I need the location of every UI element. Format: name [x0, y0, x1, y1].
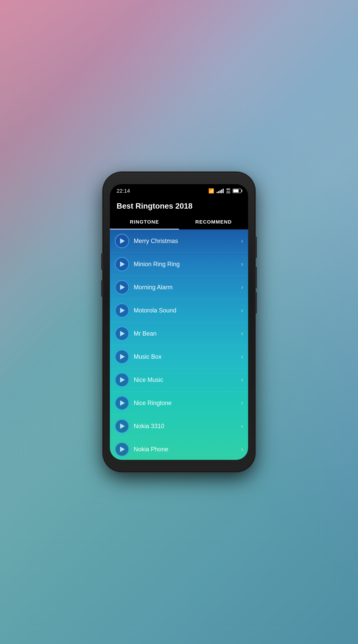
play-icon-9	[120, 424, 125, 429]
signal-bar-2	[218, 191, 219, 193]
status-bar: 22:14 📶 4G2G	[110, 184, 248, 198]
tab-recommend-label: RECOMMEND	[195, 219, 232, 225]
play-button-2[interactable]	[115, 257, 129, 271]
status-time: 22:14	[116, 188, 130, 194]
battery-fill	[233, 189, 238, 192]
ringtone-name-5: Mr Bean	[134, 330, 241, 337]
chevron-right-10: ›	[241, 446, 243, 453]
list-item[interactable]: Minion Ring Ring ›	[110, 252, 248, 276]
play-icon-1	[120, 238, 125, 244]
play-button-8[interactable]	[115, 396, 129, 410]
play-button-6[interactable]	[115, 350, 129, 364]
list-item[interactable]: Mr Bean ›	[110, 322, 248, 345]
phone-device: 22:14 📶 4G2G Best	[104, 173, 254, 471]
wifi-icon: 📶	[208, 188, 214, 194]
play-icon-3	[120, 284, 125, 290]
tabs-bar: RINGTONE RECOMMEND	[110, 214, 248, 230]
play-button-7[interactable]	[115, 373, 129, 387]
play-button-4[interactable]	[115, 304, 129, 318]
ringtone-name-1: Merry Christmas	[134, 238, 241, 244]
chevron-right-3: ›	[241, 284, 243, 291]
signal-label: 4G2G	[226, 188, 230, 194]
ringtone-name-7: Nice Music	[134, 376, 241, 384]
chevron-right-7: ›	[241, 376, 243, 384]
ringtone-list: Merry Christmas › Minion Ring Ring › Mor…	[110, 230, 248, 460]
chevron-right-1: ›	[241, 238, 243, 244]
play-button-9[interactable]	[115, 419, 129, 433]
list-item[interactable]: Nice Music ›	[110, 368, 248, 392]
ringtone-name-10: Nokia Phone	[134, 446, 241, 453]
chevron-right-2: ›	[241, 260, 243, 268]
chevron-right-4: ›	[241, 307, 243, 314]
status-icons: 📶 4G2G	[208, 188, 242, 194]
signal-bar-1	[216, 192, 218, 193]
play-icon-5	[120, 331, 125, 336]
ringtone-name-4: Motorola Sound	[134, 307, 241, 314]
phone-screen: 22:14 📶 4G2G Best	[110, 184, 248, 460]
ringtone-name-3: Morning Alarm	[134, 284, 241, 291]
tab-ringtone[interactable]: RINGTONE	[110, 214, 179, 230]
play-button-1[interactable]	[115, 234, 129, 248]
chevron-right-5: ›	[241, 330, 243, 337]
play-icon-7	[120, 377, 125, 382]
list-item[interactable]: Nokia 3310 ›	[110, 414, 248, 438]
play-icon-6	[120, 354, 125, 360]
app-title: Best Ringtones 2018	[116, 202, 192, 210]
play-icon-10	[120, 446, 125, 452]
ringtone-name-2: Minion Ring Ring	[134, 260, 241, 268]
signal-bars	[216, 188, 224, 193]
ringtone-name-9: Nokia 3310	[134, 422, 241, 430]
app-header: Best Ringtones 2018	[110, 198, 248, 214]
ringtone-name-8: Nice Ringtone	[134, 400, 241, 406]
list-item[interactable]: Nokia Phone ›	[110, 438, 248, 460]
play-icon-4	[120, 308, 125, 313]
play-icon-8	[120, 400, 125, 406]
signal-bar-4	[221, 190, 222, 193]
chevron-right-8: ›	[241, 400, 243, 406]
list-item[interactable]: Motorola Sound ›	[110, 299, 248, 322]
battery-icon	[233, 189, 242, 193]
list-item[interactable]: Music Box ›	[110, 345, 248, 368]
list-item[interactable]: Morning Alarm ›	[110, 276, 248, 299]
signal-bar-5	[222, 189, 224, 193]
chevron-right-9: ›	[241, 422, 243, 430]
signal-bar-3	[220, 190, 220, 193]
play-icon-2	[120, 262, 125, 267]
play-button-10[interactable]	[115, 442, 129, 456]
content-area: Merry Christmas › Minion Ring Ring › Mor…	[110, 230, 248, 460]
ringtone-name-6: Music Box	[134, 353, 241, 360]
list-item[interactable]: Merry Christmas ›	[110, 230, 248, 252]
play-button-3[interactable]	[115, 280, 129, 294]
tab-ringtone-label: RINGTONE	[130, 219, 159, 225]
list-item[interactable]: Nice Ringtone ›	[110, 392, 248, 414]
play-button-5[interactable]	[115, 326, 129, 340]
tab-recommend[interactable]: RECOMMEND	[179, 214, 248, 230]
chevron-right-6: ›	[241, 353, 243, 360]
